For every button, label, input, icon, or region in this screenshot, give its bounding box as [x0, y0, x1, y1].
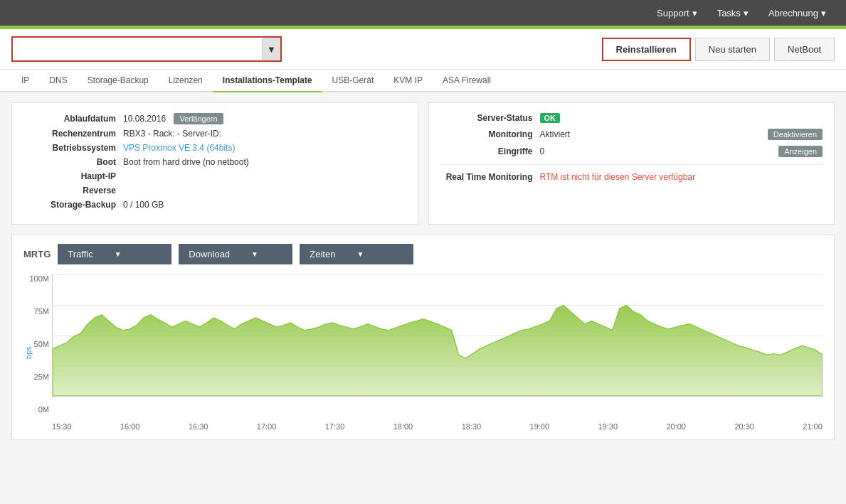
rechenzentrum-value: RBX3 - Rack: - Server-ID:: [123, 129, 221, 139]
tasks-menu[interactable]: Tasks ▾: [709, 4, 757, 23]
tabs-bar: IP DNS Storage-Backup Lizenzen Installat…: [0, 70, 846, 92]
rechenzentrum-label: Rechenzentrum: [23, 129, 123, 139]
monitoring-label: Monitoring: [440, 129, 540, 139]
server-status-label: Server-Status: [440, 113, 540, 123]
anzeigen-button[interactable]: Anzeigen: [778, 146, 823, 157]
tab-lizenzen[interactable]: Lizenzen: [159, 70, 213, 92]
reinstall-button[interactable]: Reinstallieren: [602, 38, 691, 61]
monitoring-value: Aktiviert Deaktivieren: [540, 129, 823, 140]
chart-area: [52, 274, 823, 397]
zeiten-dropdown[interactable]: Zeiten ▼: [300, 244, 413, 264]
monitoring-row: Monitoring Aktiviert Deaktivieren: [440, 129, 823, 140]
server-select-wrapper: ▼: [11, 36, 282, 62]
reverse-label: Reverse: [23, 186, 123, 195]
ablaufdatum-value: 10.08.2016 Verlängern: [123, 113, 223, 124]
tab-dns[interactable]: DNS: [39, 70, 77, 92]
main-content: Ablaufdatum 10.08.2016 Verlängern Rechen…: [0, 92, 846, 450]
y-axis-labels: 100M 75M 50M 25M 0M: [23, 274, 49, 414]
betriebssystem-link[interactable]: VPS Proxmox VE 3.4 (64bits): [123, 143, 235, 153]
netboot-button[interactable]: NetBoot: [774, 38, 835, 61]
rtm-label: Real Time Monitoring: [440, 172, 540, 182]
server-select[interactable]: [11, 36, 282, 62]
tab-storage-backup[interactable]: Storage-Backup: [78, 70, 159, 92]
status-badge: OK: [540, 113, 561, 123]
rechenzentrum-row: Rechenzentrum RBX3 - Rack: - Server-ID:: [23, 129, 406, 139]
storage-backup-row: Storage-Backup 0 / 100 GB: [23, 200, 406, 210]
traffic-dropdown-arrow: ▼: [115, 250, 122, 258]
left-info-panel: Ablaufdatum 10.08.2016 Verlängern Rechen…: [11, 102, 418, 225]
tab-ip[interactable]: IP: [11, 70, 39, 92]
tab-kvm-ip[interactable]: KVM IP: [384, 70, 433, 92]
download-dropdown[interactable]: Download ▼: [179, 244, 292, 264]
boot-row: Boot Boot from hard drive (no netboot): [23, 157, 406, 167]
server-status-value: OK: [540, 113, 823, 123]
tab-asa-firewall[interactable]: ASA Firewall: [433, 70, 501, 92]
chart-container: bps 100M 75M 50M 25M 0M: [23, 274, 823, 431]
server-status-row: Server-Status OK: [440, 113, 823, 123]
deaktivieren-button[interactable]: Deaktivieren: [768, 129, 823, 140]
haupt-ip-label: Haupt-IP: [23, 171, 123, 181]
verlaengern-button[interactable]: Verlängern: [174, 113, 223, 124]
action-buttons-group: Reinstallieren Neu starten NetBoot: [602, 38, 835, 61]
chevron-down-icon: ▾: [821, 8, 826, 18]
mrtg-label: MRTG: [23, 249, 51, 259]
reverse-row: Reverse: [23, 186, 406, 195]
storage-backup-value: 0 / 100 GB: [123, 200, 164, 210]
rtm-row: Real Time Monitoring RTM ist nicht für d…: [440, 172, 823, 182]
chart-svg: [53, 274, 823, 396]
rtm-value: RTM ist nicht für diesen Server verfügba…: [540, 172, 823, 182]
chevron-down-icon: ▾: [744, 8, 749, 18]
chevron-down-icon: ▾: [692, 8, 697, 18]
boot-value: Boot from hard drive (no netboot): [123, 157, 249, 167]
download-dropdown-arrow: ▼: [251, 250, 258, 258]
info-panels: Ablaufdatum 10.08.2016 Verlängern Rechen…: [11, 102, 835, 225]
restart-button[interactable]: Neu starten: [695, 38, 770, 61]
mrtg-section: MRTG Traffic ▼ Download ▼ Zeiten ▼ bps 1…: [11, 235, 835, 440]
right-info-panel: Server-Status OK Monitoring Aktiviert De…: [428, 102, 835, 225]
betriebssystem-row: Betriebssystem VPS Proxmox VE 3.4 (64bit…: [23, 143, 406, 153]
ablaufdatum-row: Ablaufdatum 10.08.2016 Verlängern: [23, 113, 406, 124]
support-menu[interactable]: Support ▾: [648, 4, 706, 23]
action-bar: ▼ Reinstallieren Neu starten NetBoot: [0, 29, 846, 70]
storage-backup-label: Storage-Backup: [23, 200, 123, 210]
eingriffe-row: Eingriffe 0 Anzeigen: [440, 146, 823, 157]
tab-usb-geraet[interactable]: USB-Gerät: [322, 70, 384, 92]
betriebssystem-label: Betriebssystem: [23, 143, 123, 153]
tab-installations-template[interactable]: Installations-Template: [213, 70, 322, 92]
x-axis-labels: 15:30 16:00 16:30 17:00 17:30 18:00 18:3…: [52, 419, 823, 431]
haupt-ip-row: Haupt-IP: [23, 171, 406, 181]
abrechnung-menu[interactable]: Abrechnung ▾: [760, 4, 835, 23]
rtm-section: Real Time Monitoring RTM ist nicht für d…: [440, 164, 823, 182]
zeiten-dropdown-arrow: ▼: [356, 250, 364, 258]
traffic-dropdown[interactable]: Traffic ▼: [58, 244, 171, 264]
eingriffe-value: 0 Anzeigen: [540, 146, 823, 157]
mrtg-header: MRTG Traffic ▼ Download ▼ Zeiten ▼: [23, 244, 823, 264]
eingriffe-label: Eingriffe: [440, 146, 540, 156]
ablaufdatum-label: Ablaufdatum: [23, 114, 123, 124]
betriebssystem-value: VPS Proxmox VE 3.4 (64bits): [123, 143, 235, 153]
top-navigation: Support ▾ Tasks ▾ Abrechnung ▾: [0, 0, 846, 26]
boot-label: Boot: [23, 157, 123, 167]
